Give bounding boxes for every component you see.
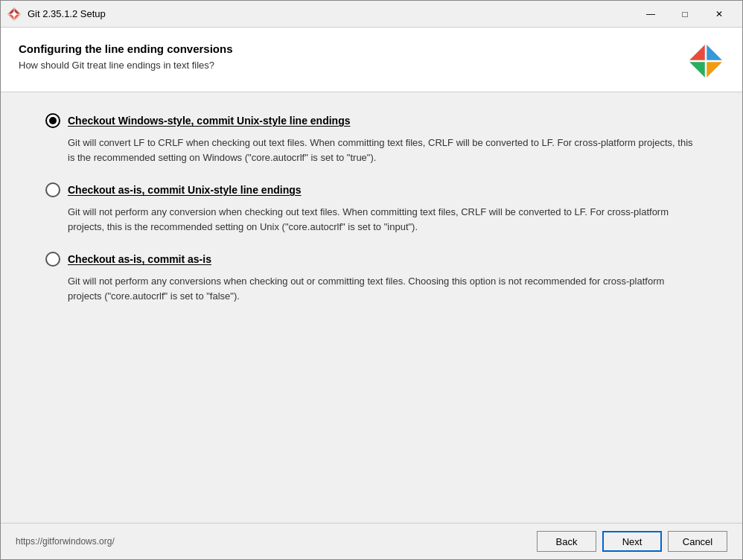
- option-group-windows: Checkout Windows-style, commit Unix-styl…: [45, 113, 698, 165]
- window-controls: — □ ✕: [634, 3, 736, 25]
- footer-link[interactable]: https://gitforwindows.org/: [16, 536, 115, 547]
- page-title: Configuring the line ending conversions: [19, 42, 687, 55]
- page-subtitle: How should Git treat line endings in tex…: [19, 60, 687, 71]
- footer-buttons: Back Next Cancel: [537, 531, 727, 552]
- header-text: Configuring the line ending conversions …: [19, 42, 687, 71]
- setup-window: Git 2.35.1.2 Setup — □ ✕ Configuring the…: [0, 0, 743, 560]
- option-group-unix-commit: Checkout as-is, commit Unix-style line e…: [45, 182, 698, 234]
- cancel-button[interactable]: Cancel: [668, 531, 727, 552]
- option-label-as-is: Checkout as-is, commit as-is: [68, 253, 211, 265]
- option-group-as-is: Checkout as-is, commit as-is Git will no…: [45, 252, 698, 303]
- option-label-windows: Checkout Windows-style, commit Unix-styl…: [68, 115, 351, 127]
- window-title: Git 2.35.1.2 Setup: [28, 8, 634, 19]
- option-header-as-is[interactable]: Checkout as-is, commit as-is: [45, 252, 698, 267]
- close-button[interactable]: ✕: [702, 3, 736, 25]
- option-desc-unix-commit: Git will not perform any conversion when…: [68, 205, 698, 234]
- header: Configuring the line ending conversions …: [1, 28, 742, 92]
- next-button[interactable]: Next: [602, 531, 662, 552]
- radio-windows-inner: [49, 117, 57, 124]
- minimize-button[interactable]: —: [634, 3, 668, 25]
- option-desc-as-is: Git will not perform any conversions whe…: [68, 274, 698, 303]
- radio-windows[interactable]: [45, 113, 60, 128]
- footer: https://gitforwindows.org/ Back Next Can…: [1, 523, 742, 559]
- content: Checkout Windows-style, commit Unix-styl…: [1, 92, 742, 523]
- option-header-windows[interactable]: Checkout Windows-style, commit Unix-styl…: [45, 113, 698, 128]
- maximize-button[interactable]: □: [668, 3, 702, 25]
- radio-unix-commit[interactable]: [45, 182, 60, 197]
- back-button[interactable]: Back: [537, 531, 596, 552]
- title-bar: Git 2.35.1.2 Setup — □ ✕: [1, 1, 742, 28]
- option-label-unix-commit: Checkout as-is, commit Unix-style line e…: [68, 184, 302, 196]
- option-desc-windows: Git will convert LF to CRLF when checkin…: [68, 136, 698, 165]
- option-header-unix-commit[interactable]: Checkout as-is, commit Unix-style line e…: [45, 182, 698, 197]
- git-logo: [687, 42, 724, 80]
- radio-as-is[interactable]: [45, 252, 60, 267]
- app-icon: [7, 7, 22, 22]
